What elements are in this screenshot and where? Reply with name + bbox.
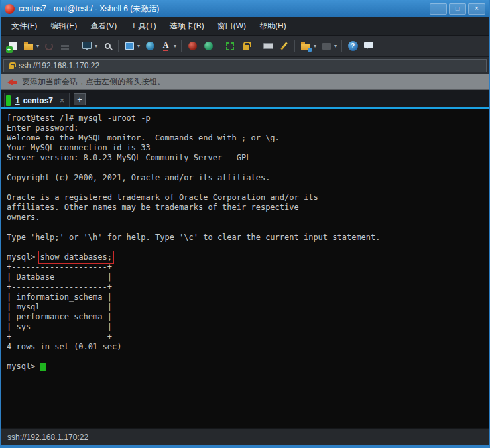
terminal-output[interactable]: [root@test /]# mysql -uroot -p Enter pas… (1, 109, 489, 428)
pen-icon (280, 42, 288, 50)
address-bar: ssh://192.168.1.170:22 (1, 57, 489, 74)
fullscreen-icon (226, 42, 234, 50)
new-terminal-button[interactable] (79, 38, 95, 54)
session-manager-dropdown[interactable]: ▾ (314, 43, 318, 49)
menu-tools[interactable]: 工具(T) (124, 17, 162, 35)
layout-dropdown[interactable]: ▾ (137, 43, 142, 49)
xftp-button[interactable] (184, 38, 200, 54)
lock-icon (243, 45, 249, 50)
connection-status-indicator (6, 95, 11, 106)
window-border-bottom (1, 445, 489, 448)
chat-bubble-icon (364, 42, 373, 48)
tab-number: 1 (15, 96, 20, 105)
terminal-monitor-icon (82, 42, 92, 49)
terminal-text-after: +--------------------+ | Database | +---… (7, 262, 121, 371)
reconnect-button (41, 38, 57, 54)
xshell-app-icon (5, 4, 15, 14)
menu-view[interactable]: 查看(V) (84, 17, 123, 35)
search-icon (105, 43, 111, 49)
xftp-icon (188, 42, 197, 50)
new-tab-button[interactable]: + (74, 93, 86, 105)
close-button[interactable]: × (468, 3, 485, 15)
find-button[interactable] (99, 38, 115, 54)
open-sessions-dropdown[interactable]: ▾ (36, 43, 41, 49)
maximize-button[interactable]: □ (449, 3, 466, 15)
layout-button[interactable] (121, 38, 137, 54)
minimize-button[interactable]: – (430, 3, 447, 15)
fullscreen-button[interactable] (222, 38, 238, 54)
tab-label: centos7 (23, 96, 53, 105)
tab-centos7[interactable]: 1 centos7 × (4, 93, 70, 107)
terminal-text-before: [root@test /]# mysql -uroot -p Enter pas… (7, 113, 381, 262)
xagent-icon (204, 42, 213, 50)
help-icon: ? (348, 41, 358, 51)
add-session-arrow-icon (7, 79, 17, 85)
font-button[interactable]: A (158, 38, 174, 54)
toolbar-separator (219, 40, 219, 52)
open-sessions-button[interactable] (21, 38, 36, 54)
toolbar-separator (294, 40, 295, 52)
reconnect-icon (45, 42, 53, 50)
window-title: centos7 - root@test:/ - Xshell 6 (未激活) (19, 3, 426, 15)
font-icon: A (163, 41, 169, 51)
toolbar-separator (257, 40, 257, 52)
menu-edit[interactable]: 编辑(E) (44, 17, 83, 35)
tab-bar: 1 centos7 × + (1, 90, 489, 107)
lock-screen-button[interactable] (238, 38, 254, 54)
help-button[interactable]: ? (345, 38, 361, 54)
title-bar[interactable]: centos7 - root@test:/ - Xshell 6 (未激活) –… (1, 0, 489, 17)
toolbar-separator (181, 40, 182, 52)
session-folder-icon (301, 44, 310, 50)
xagent-button[interactable] (200, 38, 216, 54)
toolbar-separator (341, 40, 342, 52)
tab-close-icon[interactable]: × (60, 96, 64, 105)
compose-button[interactable] (276, 38, 292, 54)
annotated-command: show databases; (40, 252, 112, 262)
disconnect-icon (61, 45, 69, 47)
menu-window[interactable]: 窗口(W) (212, 17, 252, 35)
info-bar: 要添加当前会话，点击左侧的箭头按钮。 (1, 74, 489, 90)
virtual-keyboard-button[interactable] (260, 38, 276, 54)
toolbar-separator (118, 40, 119, 52)
address-url: ssh://192.168.1.170:22 (19, 61, 99, 70)
keyboard-icon (263, 43, 273, 49)
open-folder-icon (24, 44, 33, 50)
menu-file[interactable]: 文件(F) (5, 17, 43, 35)
address-field[interactable]: ssh://192.168.1.170:22 (3, 59, 487, 72)
new-terminal-dropdown[interactable]: ▾ (95, 43, 99, 49)
ssh-lock-icon (9, 65, 14, 69)
session-manager-button[interactable] (298, 38, 314, 54)
layout-icon (125, 42, 134, 50)
toolbar-separator (76, 40, 76, 52)
font-dropdown[interactable]: ▾ (174, 43, 178, 49)
status-bar: ssh://192.168.1.170:22 (1, 428, 489, 445)
transfer-icon (322, 43, 331, 50)
menu-help[interactable]: 帮助(H) (253, 17, 292, 35)
tool-bar: ▾ ▾ ▾ A ▾ ▾ ▾ ? (1, 36, 489, 57)
xshell-window: centos7 - root@test:/ - Xshell 6 (未激活) –… (0, 0, 490, 448)
menu-tab[interactable]: 选项卡(B) (164, 17, 210, 35)
feedback-button[interactable] (361, 38, 377, 54)
transfer-dropdown: ▾ (334, 43, 339, 49)
info-message: 要添加当前会话，点击左侧的箭头按钮。 (22, 76, 165, 87)
transfer-button (318, 38, 334, 54)
web-button[interactable] (142, 38, 158, 54)
terminal-cursor (40, 363, 46, 371)
globe-icon (146, 42, 154, 50)
new-session-icon (9, 42, 17, 50)
menu-bar: 文件(F) 编辑(E) 查看(V) 工具(T) 选项卡(B) 窗口(W) 帮助(… (1, 17, 489, 36)
window-controls: – □ × (430, 3, 485, 15)
new-session-button[interactable] (5, 38, 21, 54)
disconnect-button (57, 38, 73, 54)
status-connection-text: ssh://192.168.1.170:22 (7, 433, 88, 442)
